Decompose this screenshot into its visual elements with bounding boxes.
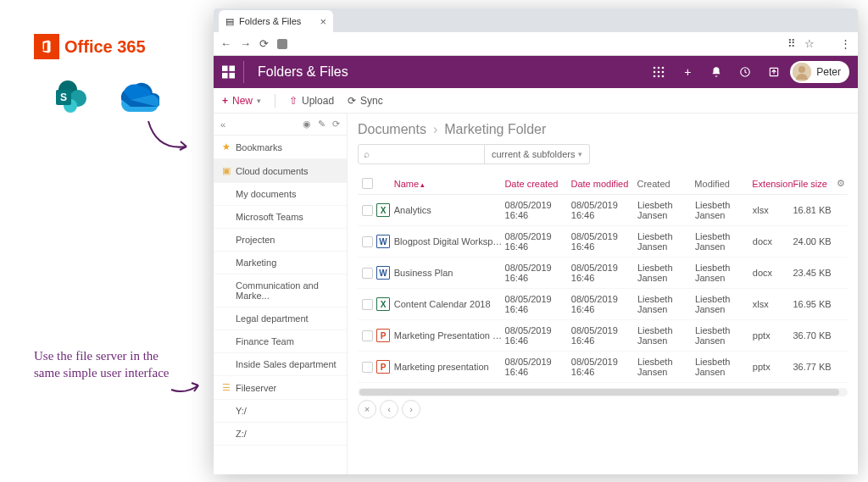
scroll-thumb[interactable]	[359, 389, 839, 396]
date-created: 08/05/2019 16:46	[505, 263, 571, 283]
modified-by: Liesbeth Jansen	[695, 263, 753, 283]
main: « ◉ ✎ ⟳ ★ Bookmarks ▣ Cloud documents My…	[214, 114, 858, 474]
forward-icon[interactable]: →	[240, 37, 251, 50]
svg-rect-8	[229, 73, 235, 79]
table-row[interactable]: XAnalytics08/05/2019 16:4608/05/2019 16:…	[358, 195, 848, 226]
svg-point-21	[798, 66, 805, 73]
row-checkbox[interactable]	[362, 268, 373, 279]
row-checkbox[interactable]	[362, 362, 373, 373]
menu-dots-icon[interactable]: ⋮	[840, 37, 851, 50]
eye-icon[interactable]: ◉	[303, 119, 311, 130]
modified-by: Liesbeth Jansen	[695, 357, 753, 377]
sidebar-item-folder[interactable]: Marketing	[214, 252, 347, 274]
divider	[275, 94, 275, 108]
file-name: Marketing Presentation Oct...	[392, 330, 505, 341]
gear-icon[interactable]: ⚙	[833, 178, 848, 189]
sidebar-label: Cloud documents	[236, 166, 309, 176]
sidebar-label: Projecten	[236, 235, 275, 245]
select-all-checkbox[interactable]	[362, 178, 373, 189]
col-created[interactable]: Created	[637, 179, 694, 189]
col-extension[interactable]: Extension	[752, 179, 793, 189]
close-tab-icon[interactable]: ×	[320, 15, 326, 28]
row-checkbox[interactable]	[362, 330, 373, 341]
table-row[interactable]: PMarketing presentation08/05/2019 16:460…	[358, 352, 848, 383]
sidebar-item-folder[interactable]: Projecten	[214, 229, 347, 252]
chevron-down-icon: ▾	[257, 97, 261, 105]
browser-tab[interactable]: ▤ Folders & Files ×	[219, 10, 333, 32]
star-icon[interactable]: ☆	[804, 37, 815, 50]
date-modified: 08/05/2019 16:46	[571, 325, 637, 346]
sidebar: « ◉ ✎ ⟳ ★ Bookmarks ▣ Cloud documents My…	[214, 114, 348, 474]
sidebar-label: Y:/	[236, 406, 247, 416]
breadcrumb-seg-documents[interactable]: Documents	[358, 122, 426, 137]
add-icon[interactable]: +	[675, 59, 700, 85]
wrench-icon[interactable]: ✎	[318, 119, 326, 130]
sidebar-item-bookmarks[interactable]: ★ Bookmarks	[214, 136, 347, 159]
page-next-button[interactable]: ›	[402, 400, 420, 418]
upload-icon: ⇧	[289, 95, 298, 107]
app-launcher-icon[interactable]	[222, 61, 244, 83]
horizontal-scrollbar[interactable]	[358, 388, 848, 396]
translate-icon[interactable]: ⠿	[787, 37, 796, 50]
clock-icon[interactable]	[732, 59, 758, 85]
refresh-icon[interactable]: ⟳	[332, 119, 340, 130]
svg-point-9	[654, 67, 656, 69]
search-box[interactable]: ⌕	[358, 144, 485, 164]
sidebar-item-fileserver[interactable]: ☰ Fileserver	[214, 376, 347, 400]
share-icon[interactable]	[761, 59, 787, 85]
sidebar-item-folder[interactable]: Legal department	[214, 307, 347, 330]
scope-label: current & subfolders	[492, 149, 575, 159]
col-name[interactable]: Name▴	[392, 179, 505, 189]
new-button[interactable]: + New ▾	[222, 95, 261, 107]
sidebar-item-folder[interactable]: Microsoft Teams	[214, 206, 347, 229]
search-scope-dropdown[interactable]: current & subfolders ▾	[485, 144, 590, 164]
modified-by: Liesbeth Jansen	[695, 200, 753, 220]
sidebar-item-folder[interactable]: Inside Sales department	[214, 353, 347, 376]
col-file-size[interactable]: File size	[793, 179, 834, 189]
file-name: Content Calendar 2018	[392, 299, 505, 309]
search-input[interactable]	[373, 149, 479, 159]
sidebar-item-folder[interactable]: My documents	[214, 183, 347, 206]
sidebar-item-folder[interactable]: Finance Team	[214, 330, 347, 353]
app-header: Folders & Files + Peter	[214, 56, 858, 88]
sync-button[interactable]: ⟳ Sync	[348, 95, 383, 107]
page-first-button[interactable]: ×	[358, 400, 376, 418]
row-checkbox[interactable]	[362, 299, 373, 310]
file-type-icon: X	[376, 203, 390, 217]
plus-icon: +	[222, 95, 228, 107]
reload-icon[interactable]: ⟳	[259, 37, 269, 50]
sidebar-item-drive[interactable]: Z:/	[214, 423, 347, 446]
sidebar-label: Communication and Marke...	[236, 280, 338, 301]
col-date-modified[interactable]: Date modified	[570, 179, 637, 189]
table-row[interactable]: PMarketing Presentation Oct...08/05/2019…	[358, 320, 848, 352]
sidebar-item-folder[interactable]: Communication and Marke...	[214, 274, 347, 307]
bell-icon[interactable]	[704, 59, 729, 85]
sidebar-item-drive[interactable]: Y:/	[214, 400, 347, 423]
col-modified[interactable]: Modified	[694, 179, 752, 189]
sidebar-item-cloud-documents[interactable]: ▣ Cloud documents	[214, 159, 347, 183]
file-size: 23.45 KB	[793, 268, 833, 278]
sidebar-label: Legal department	[236, 313, 309, 324]
cloud-folder-icon: ▣	[222, 165, 231, 176]
page-prev-button[interactable]: ‹	[380, 400, 398, 418]
date-created: 08/05/2019 16:46	[505, 200, 571, 220]
extension: xlsx	[753, 205, 793, 215]
apps-grid-icon[interactable]	[646, 59, 671, 85]
table-row[interactable]: WBusiness Plan08/05/2019 16:4608/05/2019…	[358, 258, 848, 289]
file-size: 16.81 KB	[793, 205, 833, 215]
back-icon[interactable]: ←	[220, 37, 231, 50]
tab-favicon: ▤	[225, 16, 234, 27]
file-size: 36.70 KB	[793, 330, 833, 341]
col-date-created[interactable]: Date created	[504, 179, 570, 189]
row-checkbox[interactable]	[362, 205, 373, 216]
collapse-icon[interactable]: «	[220, 119, 225, 130]
modified-by: Liesbeth Jansen	[695, 231, 753, 252]
user-menu[interactable]: Peter	[790, 61, 849, 83]
svg-point-17	[662, 75, 665, 78]
row-checkbox[interactable]	[362, 236, 373, 247]
upload-button[interactable]: ⇧ Upload	[289, 95, 334, 107]
table-row[interactable]: WBlogpost Digital Workspace08/05/2019 16…	[358, 226, 848, 258]
table-row[interactable]: XContent Calendar 201808/05/2019 16:4608…	[358, 289, 848, 320]
breadcrumb-seg-current: Marketing Folder	[444, 122, 546, 137]
date-created: 08/05/2019 16:46	[505, 231, 571, 252]
